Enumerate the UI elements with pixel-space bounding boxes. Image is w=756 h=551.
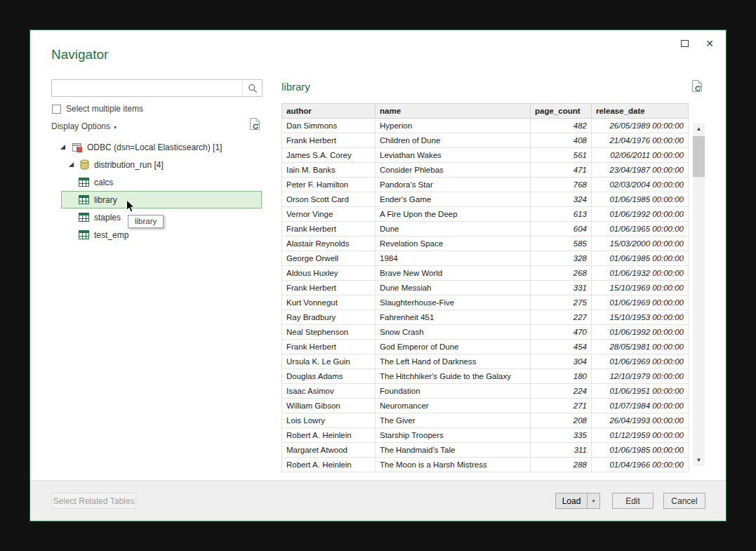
load-button[interactable]: Load <box>555 493 588 509</box>
table-row: Ray BradburyFahrenheit 45122715/10/1953 … <box>282 310 689 325</box>
cell-name: God Emperor of Dune <box>376 340 531 354</box>
cell-page_count: 768 <box>531 178 592 192</box>
display-options-label: Display Options <box>51 121 110 131</box>
select-multiple-checkbox[interactable] <box>52 105 61 114</box>
cell-author: Aldous Huxley <box>282 266 376 281</box>
table-icon <box>79 230 89 239</box>
cell-name: The Hitchhiker's Guide to the Galaxy <box>376 369 531 384</box>
load-split-button: Load ▾ <box>555 493 600 509</box>
cell-release_date: 01/12/1959 00:00:00 <box>592 428 689 443</box>
cell-page_count: 470 <box>531 325 592 340</box>
tree-item-test_emp[interactable]: test_emp <box>61 226 262 244</box>
table-row: William GibsonNeuromancer27101/07/1984 0… <box>282 399 689 413</box>
tree-item-label: calcs <box>94 178 113 187</box>
cell-name: The Handmaid's Tale <box>376 443 531 458</box>
search-icon[interactable] <box>242 80 262 96</box>
load-dropdown-button[interactable]: ▾ <box>587 493 600 509</box>
tree-item-label: staples <box>94 213 121 223</box>
tree-item-database[interactable]: distribution_run [4] <box>51 156 272 173</box>
table-row: Lois LowryThe Giver20826/04/1993 00:00:0… <box>282 413 689 428</box>
maximize-button[interactable] <box>677 36 692 51</box>
preview-title: library <box>281 81 310 93</box>
cell-name: The Giver <box>376 413 531 428</box>
tree-item-library[interactable]: library <box>61 191 262 208</box>
table-icon <box>79 213 89 222</box>
cell-name: Ender's Game <box>376 192 531 207</box>
cell-author: Isaac Asimov <box>282 384 376 399</box>
cell-release_date: 26/04/1993 00:00:00 <box>592 413 689 428</box>
cell-name: The Left Hand of Darkness <box>376 354 531 369</box>
table-row: Vernor VingeA Fire Upon the Deep61301/06… <box>282 207 689 222</box>
cell-release_date: 28/05/1981 00:00:00 <box>592 340 689 354</box>
tree-item-label: library <box>94 195 117 205</box>
cell-release_date: 02/03/2004 00:00:00 <box>592 178 689 192</box>
display-options-dropdown[interactable]: Display Options ▾ <box>51 121 117 131</box>
cell-page_count: 561 <box>531 148 592 163</box>
cell-author: Ray Bradbury <box>282 310 376 325</box>
scroll-down-icon[interactable]: ▼ <box>693 454 705 466</box>
mouse-cursor <box>126 199 135 216</box>
tree-item-label: ODBC (dsn=Local Elasticsearch) [1] <box>87 142 222 152</box>
table-row: George Orwell198432801/06/1985 00:00:00 <box>282 251 689 266</box>
table-row: Douglas AdamsThe Hitchhiker's Guide to t… <box>282 369 689 384</box>
cell-author: Frank Herbert <box>282 222 376 237</box>
expand-collapse-icon[interactable] <box>60 144 68 150</box>
cell-author: Peter F. Hamilton <box>282 178 376 192</box>
tree-tables-group: calcslibrarystaplestest_emp <box>51 173 272 244</box>
cell-release_date: 15/03/2000 00:00:00 <box>592 237 689 251</box>
preview-scrollbar[interactable]: ▲ ▼ <box>693 123 705 466</box>
select-multiple-label: Select multiple items <box>66 104 143 114</box>
cancel-button[interactable]: Cancel <box>663 493 705 509</box>
tree-item-calcs[interactable]: calcs <box>61 173 262 191</box>
scrollbar-thumb[interactable] <box>693 136 705 177</box>
cell-release_date: 01/06/1985 00:00:00 <box>592 192 689 207</box>
table-row: Kurt VonnegutSlaughterhouse-Five27501/06… <box>282 296 689 310</box>
expand-collapse-icon[interactable] <box>68 161 77 168</box>
cell-name: Brave New World <box>376 266 531 281</box>
select-multiple-row: Select multiple items <box>52 104 143 114</box>
cell-author: Douglas Adams <box>282 369 376 384</box>
cell-page_count: 324 <box>531 192 592 207</box>
refresh-preview-icon[interactable] <box>691 79 703 95</box>
refresh-tree-icon[interactable] <box>249 117 261 133</box>
cell-release_date: 01/06/1951 00:00:00 <box>592 384 689 399</box>
cell-release_date: 01/04/1966 00:00:00 <box>592 458 689 472</box>
cell-release_date: 01/06/1992 00:00:00 <box>592 207 689 222</box>
table-row: Aldous HuxleyBrave New World26801/06/193… <box>282 266 689 281</box>
cell-page_count: 454 <box>531 340 592 354</box>
search-input[interactable] <box>52 80 242 96</box>
table-row: Frank HerbertDune60401/06/1965 00:00:00 <box>282 222 689 237</box>
scroll-up-icon[interactable]: ▲ <box>693 123 705 135</box>
cell-page_count: 335 <box>531 428 592 443</box>
close-button[interactable]: ✕ <box>702 36 717 51</box>
table-row: Ursula K. Le GuinThe Left Hand of Darkne… <box>282 354 689 369</box>
cell-author: Lois Lowry <box>282 413 376 428</box>
cell-name: Foundation <box>376 384 531 399</box>
table-row: Alastair ReynoldsRevelation Space58515/0… <box>282 237 689 251</box>
search-box <box>51 79 263 97</box>
table-row: Robert A. HeinleinThe Moon is a Harsh Mi… <box>282 458 689 472</box>
window-controls: ✕ <box>677 36 717 51</box>
cell-name: Fahrenheit 451 <box>376 310 531 325</box>
cell-name: Children of Dune <box>376 133 531 148</box>
preview-table: authornamepage_countrelease_date Dan Sim… <box>281 103 689 472</box>
cell-release_date: 01/06/1992 00:00:00 <box>592 325 689 340</box>
cell-name: Consider Phlebas <box>376 163 531 178</box>
select-related-tables-button[interactable]: Select Related Tables <box>51 493 136 509</box>
cell-author: George Orwell <box>282 251 376 266</box>
cell-page_count: 224 <box>531 384 592 399</box>
cell-author: James S.A. Corey <box>282 148 376 163</box>
table-row: Peter F. HamiltonPandora's Star76802/03/… <box>282 178 689 192</box>
cell-release_date: 26/05/1989 00:00:00 <box>592 119 689 133</box>
cell-page_count: 328 <box>531 251 592 266</box>
tree-item-odbc-source[interactable]: ODBC (dsn=Local Elasticsearch) [1] <box>51 138 272 156</box>
edit-button[interactable]: Edit <box>612 493 654 509</box>
cell-name: A Fire Upon the Deep <box>376 207 531 222</box>
preview-table-header-row: authornamepage_countrelease_date <box>282 104 689 119</box>
chevron-down-icon: ▾ <box>114 124 117 131</box>
table-row: Frank HerbertChildren of Dune40821/04/19… <box>282 133 689 148</box>
cell-page_count: 311 <box>531 443 592 458</box>
cell-name: Neuromancer <box>376 399 531 413</box>
cell-release_date: 01/06/1969 00:00:00 <box>592 296 689 310</box>
cell-release_date: 01/06/1985 00:00:00 <box>592 251 689 266</box>
